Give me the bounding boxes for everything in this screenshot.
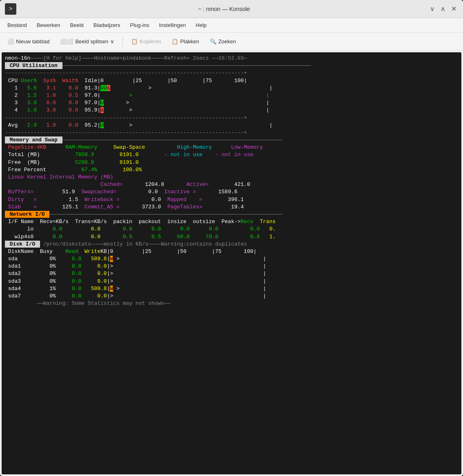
cpu-row-3: 3 3.0 0.0 0.0 97.0|U > | <box>5 99 458 107</box>
titlebar: > ~ : nmon — Konsole ∨ ∧ ✕ <box>0 0 463 18</box>
disk-row-sda: sda 0% 0.0 509.8|W > | <box>5 255 458 263</box>
nmon-header: nmon-16n————[H for help]————Hostname=pin… <box>5 55 458 62</box>
memory-free-pct: Free Percent 67.4% 100.0% <box>5 166 458 174</box>
kernel-mem-slab: Slab = 125.1 Commit_AS = 3723.0 PageTabl… <box>5 203 458 211</box>
terminal-content[interactable]: nmon-16n————[H for help]————Hostname=pin… <box>2 52 461 474</box>
copy-icon: 📋 <box>131 38 138 45</box>
new-tab-icon: ⬜ <box>7 38 14 45</box>
menubar: Bestand Bewerken Beeld Bladwijzers Plug-… <box>0 18 463 33</box>
kernel-mem-title: Linux Kernel Internal Memory (MB) <box>5 174 458 181</box>
cpu-row-2: 2 1.5 1.0 0.5 97.0| > | <box>5 92 458 99</box>
footer-warning: ——Warning: Some Statistics may not shown… <box>5 300 458 307</box>
kernel-mem-dirty: Dirty = 1.5 Writeback = 0.0 Mapped = 396… <box>5 196 458 203</box>
main-window: > ~ : nmon — Konsole ∨ ∧ ✕ Bestand Bewer… <box>0 0 463 476</box>
toolbar: ⬜ Nieuw tabblad ⬜⬜ Beeld splitsen ∨ 📋 Ko… <box>0 33 463 51</box>
disk-section-title: Disk I/O /proc/diskstats————mostly in KB… <box>5 241 458 248</box>
split-view-label: Beeld splitsen <box>75 38 108 45</box>
cpu-row-4: 4 1.0 3.0 0.0 95.9|s > | <box>5 107 458 114</box>
menu-instellingen[interactable]: Instellingen <box>155 21 190 29</box>
network-row-lo: lo 0.0 0.0 0.0 0.0 0.0 0.0 0.0 0. <box>5 226 458 233</box>
close-button[interactable]: ✕ <box>450 4 458 13</box>
menu-plugins[interactable]: Plug-ins <box>126 21 154 29</box>
cpu-divider3: ----------------------------------------… <box>5 129 458 136</box>
cpu-divider1: ----------------------------------------… <box>5 69 458 77</box>
kernel-mem-buffers: Buffers= 51.9 Swapcached= 0.0 Inactive =… <box>5 188 458 196</box>
menu-beeld[interactable]: Beeld <box>66 21 88 29</box>
paste-label: Plakken <box>180 38 199 45</box>
menu-bladwijzers[interactable]: Bladwijzers <box>89 21 125 29</box>
new-tab-button[interactable]: ⬜ Nieuw tabblad <box>3 37 53 46</box>
disk-row-sda3: sda3 0% 0.0 0.0|> | <box>5 278 458 285</box>
disk-row-sda1: sda1 0% 0.0 0.0|> | <box>5 263 458 270</box>
disk-row-sda4: sda4 1% 0.0 509.8|W > | <box>5 285 458 293</box>
cpu-avg: Avg 2.9 1.9 0.0 95.2|U > | <box>5 122 458 129</box>
cpu-divider2: ----------------------------------------… <box>5 114 458 122</box>
memory-section-title: Memory and Swap ————————————————————————… <box>5 136 458 144</box>
menu-bewerken[interactable]: Bewerken <box>33 21 65 29</box>
memory-free: Free (MB) 5290.8 8191.0 <box>5 159 458 166</box>
network-header: I/F Name Recv=KB/s Trans=KB/s packin pac… <box>5 218 458 226</box>
paste-icon: 📋 <box>171 38 178 45</box>
menu-help[interactable]: Help <box>191 21 211 29</box>
copy-button[interactable]: 📋 Kopiëren <box>127 37 165 46</box>
cpu-row-1: 1 5.6 3.1 0.0 91.3|UUs > | <box>5 85 458 92</box>
cpu-section-title: CPU Utilisation ————————————————————————… <box>5 62 458 69</box>
paste-button[interactable]: 📋 Plakken <box>167 37 203 46</box>
terminal-icon: > <box>5 3 16 15</box>
window-title: ~ : nmon — Konsole <box>20 6 428 12</box>
search-icon: 🔍 <box>210 38 216 45</box>
cpu-header: CPU User% Sys% Wait% Idle|0 |25 |50 |75 … <box>5 77 458 85</box>
chevron-down-icon: ∨ <box>110 38 114 45</box>
maximize-button[interactable]: ∧ <box>439 4 447 13</box>
split-view-icon: ⬜⬜ <box>60 38 73 45</box>
split-view-button[interactable]: ⬜⬜ Beeld splitsen ∨ <box>56 37 118 46</box>
kernel-mem-cached: Cached= 1204.8 Active= 421.0 <box>5 181 458 188</box>
memory-total: Total (MB) 7850.9 8191.0 - not in use - … <box>5 151 458 159</box>
menu-bestand[interactable]: Bestand <box>3 21 31 29</box>
network-section-title: Network I/O ————————————————————————————… <box>5 211 458 218</box>
new-tab-label: Nieuw tabblad <box>16 38 49 45</box>
window-controls: ∨ ∧ ✕ <box>428 4 458 13</box>
copy-label: Kopiëren <box>140 38 161 45</box>
search-label: Zoeken <box>218 38 236 45</box>
network-row-wlp4s0: wlp4s0 0.0 0.0 0.5 0.5 60.0 70.0 0.8 1. <box>5 233 458 241</box>
search-button[interactable]: 🔍 Zoeken <box>206 37 240 46</box>
disk-row-sda2: sda2 0% 0.0 0.0|> | <box>5 270 458 277</box>
toolbar-separator <box>122 37 123 47</box>
memory-page-size: PageSize:4KB RAM-Memory Swap-Space High-… <box>5 144 458 151</box>
minimize-button[interactable]: ∨ <box>428 4 436 13</box>
disk-header: DiskName Busy Read WriteKB|0 |25 |50 |75… <box>5 248 458 255</box>
disk-row-sda7: sda7 0% 0.0 0.0|> | <box>5 293 458 300</box>
